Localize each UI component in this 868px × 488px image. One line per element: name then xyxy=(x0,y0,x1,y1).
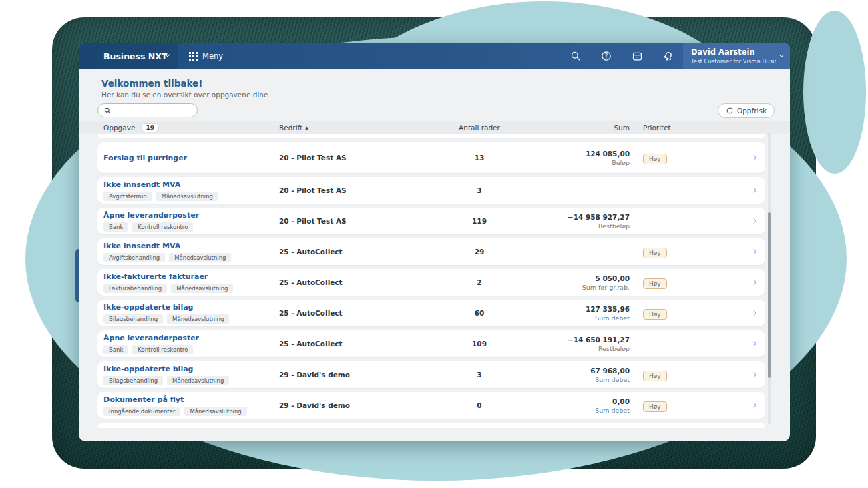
row-count-cell: 29 xyxy=(446,248,513,256)
task-search[interactable] xyxy=(97,103,198,117)
chevron-right-icon xyxy=(751,372,756,377)
user-menu[interactable]: David Aarstein Test Customer for Visma B… xyxy=(683,43,790,69)
sum-value: 0,00 xyxy=(513,397,630,405)
sum-cell: −14 650 191,27 Restbeløp xyxy=(513,336,630,352)
open-task-button[interactable] xyxy=(710,373,765,377)
priority-badge: Høy xyxy=(643,309,667,320)
open-task-button[interactable] xyxy=(710,219,765,223)
sum-value: 127 335,96 xyxy=(513,305,630,313)
row-count-cell: 109 xyxy=(446,340,513,348)
company-cell: 29 - David's demo xyxy=(279,371,446,379)
task-tags: BankKontroll reskontro xyxy=(103,222,279,232)
sum-label: Beløp xyxy=(513,159,630,166)
welcome-title: Velkommen tilbake! xyxy=(101,78,790,89)
company-cell: 25 - AutoCollect xyxy=(279,340,446,348)
task-cell: Åpne leverandørposter BankKontroll resko… xyxy=(103,211,279,232)
priority-cell: Høy xyxy=(630,368,710,381)
sum-label: Sum debet xyxy=(513,407,630,414)
priority-cell: Høy xyxy=(630,151,710,164)
company-cell: 25 - AutoCollect xyxy=(279,248,446,256)
task-tag: Kontroll reskontro xyxy=(132,345,193,354)
wallet-button[interactable] xyxy=(622,43,652,69)
chevron-right-icon xyxy=(751,341,756,346)
column-rowcount: Antall rader xyxy=(446,124,513,132)
task-tag: Kontroll reskontro xyxy=(132,222,193,232)
scrollbar-thumb[interactable] xyxy=(768,212,771,378)
task-tags: BankKontroll reskontro xyxy=(103,345,279,354)
partial-row-top xyxy=(97,134,765,138)
task-cell: Ikke-oppdaterte bilag BilagsbehandlingMå… xyxy=(103,364,279,385)
task-cell: Ikke innsendt MVA AvgiftsterminMånedsavs… xyxy=(103,180,279,201)
task-row[interactable]: Dokumenter på flyt Inngående dokumenterM… xyxy=(97,392,765,419)
sum-label: Restbeløp xyxy=(513,345,630,352)
chevron-right-icon xyxy=(751,310,756,316)
app-switcher[interactable]: Business NXT xyxy=(79,43,178,69)
sum-value: 67 968,00 xyxy=(513,367,630,375)
task-rows: Forslag til purringer 20 - Pilot Test AS… xyxy=(97,134,765,428)
task-tag: Bank xyxy=(103,222,128,232)
menu-label: Meny xyxy=(202,51,223,61)
priority-badge: Høy xyxy=(643,401,667,412)
sum-label: Sum debet xyxy=(513,314,630,322)
task-tag: Inngående dokumenter xyxy=(103,407,180,416)
task-title: Ikke innsendt MVA xyxy=(103,180,279,189)
open-task-button[interactable] xyxy=(710,342,765,346)
task-row[interactable]: Ikke-oppdaterte bilag BilagsbehandlingMå… xyxy=(97,361,765,388)
task-row[interactable]: Åpne leverandørposter BankKontroll resko… xyxy=(97,208,765,234)
task-row[interactable]: Ikke innsendt MVA AvgiftsbehandlingMåned… xyxy=(97,238,765,265)
task-row[interactable]: Ikke-fakturerte fakturaer Fakturabehandl… xyxy=(97,269,765,296)
task-tag: Avgiftstermin xyxy=(103,192,152,201)
column-priority: Prioritet xyxy=(630,124,710,132)
header-spacer xyxy=(234,43,560,69)
task-row[interactable]: Ikke innsendt MVA AvgiftsterminMånedsavs… xyxy=(97,177,765,204)
task-row[interactable]: Åpne leverandørposter BankKontroll resko… xyxy=(97,330,765,357)
sum-label: Restbeløp xyxy=(513,222,630,230)
notifications-button[interactable] xyxy=(652,43,683,69)
sum-cell: 67 968,00 Sum debet xyxy=(513,367,630,383)
task-tag: Månedsavslutning xyxy=(156,192,218,201)
open-task-button[interactable] xyxy=(710,250,765,254)
task-cell: Åpne leverandørposter BankKontroll resko… xyxy=(103,334,279,354)
refresh-icon xyxy=(726,107,734,115)
priority-badge: Høy xyxy=(643,248,667,258)
company-cell: 20 - Pilot Test AS xyxy=(279,186,446,194)
task-tag: Bilagsbehandling xyxy=(103,314,163,324)
open-task-button[interactable] xyxy=(710,311,765,315)
scrollbar-track[interactable] xyxy=(768,132,771,424)
row-count-cell: 13 xyxy=(446,154,513,162)
task-row[interactable]: Ikke-oppdaterte bilag BilagsbehandlingMå… xyxy=(97,300,765,326)
open-task-button[interactable] xyxy=(710,188,765,192)
sum-cell: 127 335,96 Sum debet xyxy=(513,305,630,322)
chevron-right-icon xyxy=(751,218,756,224)
column-company[interactable]: Bedrift ▲ xyxy=(279,124,446,132)
search-input[interactable] xyxy=(114,107,189,114)
open-task-button[interactable] xyxy=(710,403,765,407)
sum-value: 124 085,00 xyxy=(513,150,630,158)
task-tag: Månedsavslutning xyxy=(169,253,231,262)
controls-row: Oppfrisk xyxy=(97,103,775,118)
task-cell: Forslag til purringer xyxy=(103,154,279,162)
column-task-label: Oppgave xyxy=(103,124,135,132)
sort-ascending-icon: ▲ xyxy=(305,125,308,130)
task-row[interactable]: Forslag til purringer 20 - Pilot Test AS… xyxy=(97,142,765,173)
task-tags: AvgiftsbehandlingMånedsavslutning xyxy=(103,253,279,262)
task-tags: AvgiftsterminMånedsavslutning xyxy=(103,192,279,201)
sum-label: Sum debet xyxy=(513,376,630,383)
bell-icon xyxy=(662,51,674,62)
user-name: David Aarstein xyxy=(691,47,776,57)
app-title: Business NXT xyxy=(103,51,167,61)
refresh-button[interactable]: Oppfrisk xyxy=(718,103,775,118)
search-button[interactable] xyxy=(560,43,591,69)
task-title: Ikke-oppdaterte bilag xyxy=(103,303,279,312)
task-title: Ikke-fakturerte fakturaer xyxy=(103,272,279,281)
help-button[interactable]: ? xyxy=(591,43,622,69)
open-task-button[interactable] xyxy=(710,156,765,160)
open-task-button[interactable] xyxy=(710,280,765,284)
task-title: Forslag til purringer xyxy=(103,154,279,162)
search-icon xyxy=(570,51,581,61)
task-cell: Ikke-oppdaterte bilag BilagsbehandlingMå… xyxy=(103,303,279,324)
menu-button[interactable]: Meny xyxy=(178,43,234,69)
task-tag: Bilagsbehandling xyxy=(103,376,163,385)
column-sum: Sum xyxy=(513,124,630,132)
refresh-label: Oppfrisk xyxy=(737,107,767,115)
